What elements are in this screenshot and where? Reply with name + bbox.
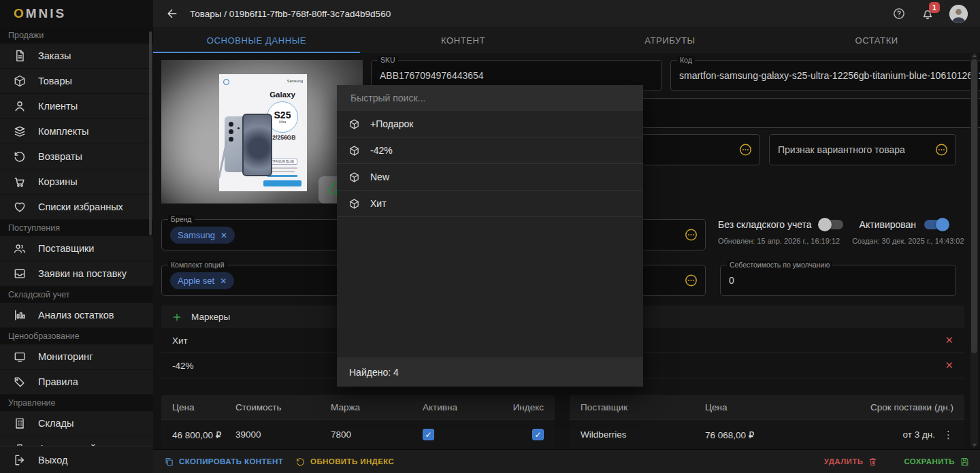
sidebar-item-suppliers[interactable]: Поставщики	[0, 236, 153, 261]
cart-icon	[13, 175, 27, 189]
default-cost-value: 0	[721, 265, 956, 295]
save-button[interactable]: СОХРАНИТЬ	[904, 457, 970, 467]
sidebar-item-rules[interactable]: Правила	[0, 370, 153, 395]
sidebar-item-clients[interactable]: Клиенты	[0, 94, 153, 119]
copy-content-button[interactable]: СКОПИРОВАТЬ КОНТЕНТ	[164, 457, 283, 467]
package-icon	[348, 198, 360, 210]
help-icon[interactable]	[892, 7, 906, 20]
sidebar-item-bundles[interactable]: Комплекты	[0, 119, 153, 144]
main-scrollbar-thumb[interactable]	[971, 59, 977, 353]
variant-flag-placeholder: Признак вариантного товара	[770, 135, 956, 165]
sidebar-item-returns[interactable]: Возвраты	[0, 144, 153, 169]
activated-toggle-label: Активирован	[860, 219, 916, 230]
sidebar-item-label: Товары	[38, 76, 72, 86]
col-price: Цена	[172, 402, 235, 412]
main-scrollbar[interactable]	[970, 53, 978, 448]
no-stock-toggle[interactable]	[820, 220, 843, 229]
avatar[interactable]	[949, 5, 968, 23]
ellipsis-circle-icon[interactable]	[738, 143, 753, 157]
supplier-table: Поставщик Цена Срок поставки (дн.) Wildb…	[570, 395, 964, 449]
col-margin: Маржа	[331, 402, 423, 412]
supplier-name: Wildberries	[581, 429, 705, 440]
index-checkbox[interactable]	[532, 429, 544, 440]
save-icon	[960, 457, 970, 467]
update-index-button[interactable]: ОБНОВИТЬ ИНДЕКС	[295, 457, 394, 467]
search-result-item[interactable]: New	[337, 164, 643, 191]
tab-content[interactable]: КОНТЕНТ	[360, 27, 567, 53]
activated-toggle[interactable]	[924, 220, 947, 229]
sidebar-item-label: Правила	[38, 376, 78, 387]
variant-flag-field[interactable]: Признак вариантного товара	[769, 134, 956, 165]
sidebar: Продажи Заказы Товары Клиенты Комплекты …	[0, 27, 153, 473]
active-checkbox[interactable]	[423, 429, 434, 440]
copy-icon	[164, 457, 174, 467]
cost-value: 39000	[235, 429, 331, 440]
notification-badge: 1	[929, 2, 940, 13]
brand-chip[interactable]: Samsung	[170, 227, 235, 244]
search-result-item[interactable]: +Подарок	[337, 111, 643, 137]
people-icon	[13, 242, 27, 255]
marker-label: -42%	[172, 361, 194, 371]
product-image[interactable]: Samsung Galaxy S25 Ultra 12/256GB TITANI…	[161, 60, 363, 203]
sidebar-section-receipts: Поступления	[0, 220, 153, 236]
sidebar-item-supply-requests[interactable]: Заявки на поставку	[0, 261, 153, 287]
sidebar-item-stock-analysis[interactable]: Анализ остатков	[0, 303, 153, 328]
default-cost-field[interactable]: Себестоимость по умолчанию 0	[720, 265, 956, 296]
trash-icon	[868, 457, 878, 467]
supply-term: от 3 дн.	[903, 429, 936, 440]
package-icon	[348, 118, 360, 130]
search-result-label: -42%	[370, 145, 393, 156]
logout-icon	[13, 453, 27, 467]
sidebar-section-pricing: Ценообразование	[0, 328, 153, 344]
code-label: Код	[677, 56, 695, 65]
search-result-item[interactable]: -42%	[337, 137, 643, 164]
product-brand-text: Samsung	[287, 79, 303, 83]
delete-button[interactable]: УДАЛИТЬ	[824, 457, 879, 467]
tab-stock[interactable]: ОСТАТКИ	[773, 27, 980, 53]
topbar-main: Товары / 019b6f11-7fbb-768f-80ff-3c7ad4b…	[153, 0, 980, 27]
quick-search-bar	[337, 85, 643, 111]
sidebar-item-orders[interactable]: Заказы	[0, 44, 153, 69]
code-field[interactable]: Код smartfon-samsung-galaxy-s25-ultra-12…	[670, 60, 980, 91]
search-result-item[interactable]: Хит	[337, 191, 643, 217]
row-menu-icon[interactable]	[943, 429, 953, 441]
sidebar-item-logout[interactable]: Выход	[0, 446, 153, 473]
notifications-button[interactable]: 1	[921, 7, 934, 20]
breadcrumb: Товары / 019b6f11-7fbb-768f-80ff-3c7ad4b…	[190, 9, 391, 19]
created-timestamp: Создан: 30 дек. 2025 г., 14:43:02	[852, 237, 964, 245]
sidebar-scrollbar[interactable]	[149, 31, 152, 235]
ellipsis-circle-icon[interactable]	[684, 274, 698, 288]
product-line-text: Galaxy	[261, 91, 304, 99]
avatar-image	[949, 5, 968, 23]
no-stock-toggle-label: Без складского учета	[718, 219, 812, 230]
app-window: OMNIS Товары / 019b6f11-7fbb-768f-80ff-3…	[0, 0, 980, 473]
code-value: smartfon-samsung-galaxy-s25-ultra-12256g…	[671, 61, 980, 91]
brand-label: Бренд	[168, 215, 195, 224]
sidebar-item-label: Клиенты	[38, 101, 78, 112]
remove-marker-icon[interactable]	[945, 334, 953, 346]
price-table: Цена Стоимость Маржа Активна Индекс 46 8…	[161, 395, 555, 449]
option-set-chip[interactable]: Apple set	[170, 272, 234, 289]
sidebar-item-warehouses[interactable]: Склады	[0, 411, 153, 436]
ellipsis-circle-icon[interactable]	[934, 143, 949, 157]
inbox-icon	[13, 267, 27, 280]
col-supplier-price: Цена	[705, 402, 870, 412]
search-result-label: New	[370, 172, 389, 182]
remove-marker-icon[interactable]	[945, 359, 953, 372]
sidebar-item-carts[interactable]: Корзины	[0, 169, 153, 195]
search-result-count: Найдено: 4	[337, 357, 643, 387]
sidebar-item-wishlists[interactable]: Списки избранных	[0, 195, 153, 220]
supplier-price: 76 068,00 ₽	[705, 429, 903, 440]
option-set-chip-label: Apple set	[178, 276, 214, 286]
back-icon[interactable]	[165, 7, 179, 20]
tab-main-data[interactable]: ОСНОВНЫЕ ДАННЫЕ	[153, 27, 360, 53]
col-cost: Стоимость	[235, 402, 331, 412]
quick-search-input[interactable]	[349, 92, 631, 104]
chip-remove-icon[interactable]	[220, 276, 227, 286]
sidebar-item-products[interactable]: Товары	[0, 69, 153, 94]
logout-label: Выход	[38, 455, 67, 466]
chip-remove-icon[interactable]	[220, 230, 227, 240]
ellipsis-circle-icon[interactable]	[684, 228, 698, 242]
tab-attributes[interactable]: АТРИБУТЫ	[567, 27, 774, 53]
sidebar-item-monitoring[interactable]: Мониторинг	[0, 344, 153, 370]
